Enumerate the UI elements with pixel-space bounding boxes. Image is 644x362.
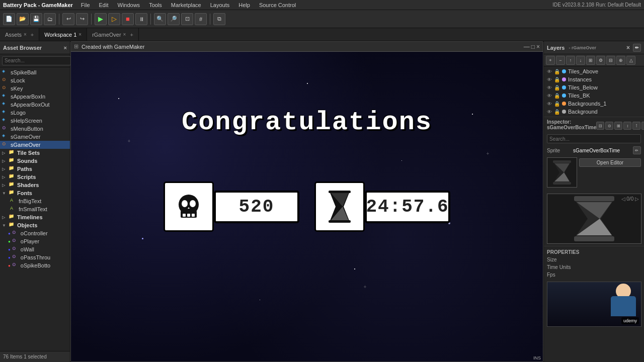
group-tilesets[interactable]: ▷ 📁 Tile Sets — [0, 149, 70, 157]
tree-item-sgameover2[interactable]: ⊙ sGameOver — [0, 141, 70, 149]
stop-btn[interactable]: ■ — [122, 13, 134, 25]
lock-icon[interactable]: 🔒 — [554, 93, 560, 99]
asset-browser-close[interactable]: × — [64, 45, 67, 51]
layer-more-btn[interactable]: ⊕ — [616, 56, 625, 65]
layer-tiles-bk[interactable]: 👁 🔒 Tiles_BK — [544, 92, 644, 100]
save-all-btn[interactable]: 🗂 — [44, 13, 56, 25]
down-layer-btn[interactable]: ↓ — [576, 56, 585, 65]
tree-item-owall[interactable]: ● ⊙ oWall — [0, 245, 70, 253]
tree-item-slogo[interactable]: ◈ sLogo — [0, 109, 70, 117]
visibility-icon[interactable]: 👁 — [547, 69, 552, 74]
menu-marketplace[interactable]: Marketplace — [169, 2, 203, 9]
layer-backgrounds1[interactable]: 👁 🔒 Backgrounds_1 — [544, 100, 644, 108]
tree-item-shelpscreen[interactable]: ◈ sHelpScreen — [0, 117, 70, 125]
tree-item-skey[interactable]: ⊙ sKey — [0, 84, 70, 93]
lock-icon[interactable]: 🔒 — [554, 85, 560, 90]
group-scripts[interactable]: ▷ 📁 Scripts — [0, 173, 70, 181]
lock-icon[interactable]: 🔒 — [554, 77, 560, 82]
menu-edit[interactable]: Edit — [97, 2, 111, 9]
tree-item-sspikeball[interactable]: ◈ sSpikeBall — [0, 68, 70, 76]
tab-rgameover-close[interactable]: × — [123, 32, 126, 37]
tree-item-sappearboxout[interactable]: ◈ sAppearBoxOut — [0, 101, 70, 109]
tab-add[interactable]: + — [130, 32, 133, 38]
menu-tools[interactable]: Tools — [147, 2, 164, 9]
merge-layer-btn[interactable]: ⊞ — [586, 56, 595, 65]
search-input[interactable] — [2, 56, 71, 65]
tree-item-ocontroller[interactable]: ● ⊙ oController — [0, 229, 70, 237]
debug-btn[interactable]: ▷ — [108, 13, 120, 25]
lock-icon[interactable]: 🔒 — [554, 109, 560, 115]
grid-btn[interactable]: # — [195, 13, 207, 25]
tree-item-fnbigtext[interactable]: A fnBigText — [0, 197, 70, 205]
edit-sprite-btn[interactable]: ✏ — [633, 146, 641, 154]
tree-item-smenubutton[interactable]: ⊙ sMenuButton — [0, 125, 70, 133]
inspector-btn5[interactable]: ⊺ — [632, 122, 640, 130]
layer-filter-btn[interactable]: ⊟ — [606, 56, 615, 65]
visibility-icon[interactable]: 👁 — [547, 101, 552, 107]
window-btn[interactable]: ⧉ — [213, 13, 225, 25]
layer-tiles-above[interactable]: 👁 🔒 Tiles_Above — [544, 67, 644, 75]
add-layer-btn[interactable]: + — [546, 56, 555, 65]
tree-item-sgameover1[interactable]: ◈ sGameOver — [0, 133, 70, 141]
maximize-btn[interactable]: □ — [531, 43, 535, 50]
tab-workspace1[interactable]: Workspace 1 × — [39, 28, 87, 41]
tab-assets-add[interactable]: + — [31, 32, 34, 38]
group-paths[interactable]: ▷ 📁 Paths — [0, 165, 70, 173]
minimize-btn[interactable]: — — [524, 43, 530, 50]
lock-icon[interactable]: 🔒 — [554, 101, 560, 107]
layer-background[interactable]: 👁 🔒 Background — [544, 108, 644, 116]
layers-close[interactable]: × — [626, 44, 630, 51]
pause-btn[interactable]: ⏸ — [135, 13, 147, 25]
lock-icon[interactable]: 🔒 — [554, 69, 560, 74]
tab-rgameover[interactable]: rGameOver × + — [87, 28, 139, 41]
zoom-reset-btn[interactable]: ⊡ — [181, 13, 193, 25]
menu-help[interactable]: Help — [236, 2, 252, 9]
tree-item-fnsmalltext[interactable]: A fnSmallText — [0, 205, 70, 213]
layer-extra-btn[interactable]: △ — [626, 56, 635, 65]
del-layer-btn[interactable]: − — [556, 56, 565, 65]
save-btn[interactable]: 💾 — [30, 13, 42, 25]
menu-layouts[interactable]: Layouts — [208, 2, 232, 9]
tree-item-opassthrough[interactable]: ● ⊙ oPassThrou — [0, 253, 70, 261]
timer-icon-box — [314, 182, 365, 232]
visibility-icon[interactable]: 👁 — [547, 93, 552, 99]
name-editor-btn[interactable]: ✏ — [633, 44, 641, 52]
menu-file[interactable]: File — [79, 2, 92, 9]
inspector-btn3[interactable]: ⊞ — [614, 122, 622, 130]
layer-settings-btn[interactable]: ⚙ — [596, 56, 605, 65]
tab-assets[interactable]: Assets × + — [0, 28, 39, 41]
close-btn[interactable]: × — [536, 43, 540, 50]
open-editor-btn[interactable]: Open Editor — [579, 158, 641, 167]
new-file-btn[interactable]: 📄 — [3, 13, 15, 25]
group-timelines[interactable]: ▷ 📁 Timelines — [0, 213, 70, 221]
group-shaders[interactable]: ▷ 📁 Shaders — [0, 181, 70, 189]
layer-instances[interactable]: 👁 🔒 Instances — [544, 75, 644, 83]
tab-assets-close[interactable]: × — [24, 32, 27, 37]
open-btn[interactable]: 📂 — [17, 13, 29, 25]
undo-btn[interactable]: ↩ — [62, 13, 74, 25]
run-btn[interactable]: ▶ — [95, 13, 107, 25]
tree-item-slock[interactable]: ⊙ sLock — [0, 76, 70, 84]
tree-item-ospikebottom[interactable]: ● ⊙ oSpikeBotto — [0, 261, 70, 269]
inspector-btn6[interactable]: ⊠ — [641, 122, 644, 130]
group-sounds[interactable]: ▷ 📁 Sounds — [0, 157, 70, 165]
menu-source-control[interactable]: Source Control — [257, 2, 298, 9]
inspector-btn2[interactable]: ⊙ — [605, 122, 613, 130]
tree-item-sappearboxin[interactable]: ◈ sAppearBoxIn — [0, 93, 70, 101]
visibility-icon[interactable]: 👁 — [547, 109, 552, 115]
up-layer-btn[interactable]: ↑ — [566, 56, 575, 65]
tree-item-oplayer[interactable]: ● ⊙ oPlayer — [0, 237, 70, 245]
visibility-icon[interactable]: 👁 — [547, 77, 552, 82]
menu-windows[interactable]: Windows — [116, 2, 142, 9]
tab-workspace1-close[interactable]: × — [78, 32, 82, 37]
redo-btn[interactable]: ↪ — [76, 13, 88, 25]
inspector-search-input[interactable] — [547, 134, 641, 143]
group-fonts[interactable]: ▼ 📁 Fonts — [0, 189, 70, 197]
zoom-in-btn[interactable]: 🔍 — [154, 13, 166, 25]
group-objects[interactable]: ▼ 📁 Objects — [0, 221, 70, 229]
visibility-icon[interactable]: 👁 — [547, 85, 552, 90]
zoom-out-btn[interactable]: 🔎 — [168, 13, 180, 25]
layer-tiles-below[interactable]: 👁 🔒 Tiles_Below — [544, 83, 644, 92]
inspector-btn4[interactable]: ↕ — [623, 122, 631, 130]
inspector-btn1[interactable]: ⊡ — [596, 122, 604, 130]
